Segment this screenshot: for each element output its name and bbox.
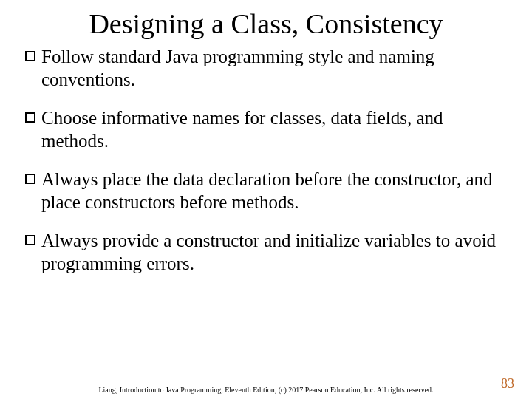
- bullet-item: Always provide a constructor and initial…: [25, 230, 507, 275]
- footer-text: Liang, Introduction to Java Programming,…: [0, 386, 532, 395]
- svg-point-4: [438, 282, 500, 375]
- page-number: 83: [501, 376, 514, 392]
- slide: Designing a Class, Consistency Follow st…: [0, 0, 532, 399]
- bullet-item: Always place the data declaration before…: [25, 168, 507, 214]
- bullet-text: Always place the data declaration before…: [41, 168, 507, 214]
- bullet-text: Follow standard Java programming style a…: [41, 46, 507, 91]
- bullet-item: Choose informative names for classes, da…: [25, 107, 507, 152]
- square-bullet-icon: [25, 174, 35, 184]
- svg-point-0: [423, 282, 516, 375]
- svg-point-3: [453, 282, 486, 375]
- globe-icon: [414, 273, 525, 384]
- svg-point-1: [423, 313, 516, 346]
- bullet-item: Follow standard Java programming style a…: [25, 46, 507, 91]
- bullet-text: Always provide a constructor and initial…: [41, 230, 507, 275]
- slide-body: Follow standard Java programming style a…: [0, 46, 532, 275]
- svg-rect-7: [458, 375, 480, 382]
- svg-point-2: [423, 298, 516, 360]
- square-bullet-icon: [25, 112, 35, 123]
- square-bullet-icon: [25, 235, 35, 245]
- bullet-text: Choose informative names for classes, da…: [41, 107, 507, 152]
- square-bullet-icon: [25, 51, 35, 61]
- slide-title: Designing a Class, Consistency: [0, 0, 532, 46]
